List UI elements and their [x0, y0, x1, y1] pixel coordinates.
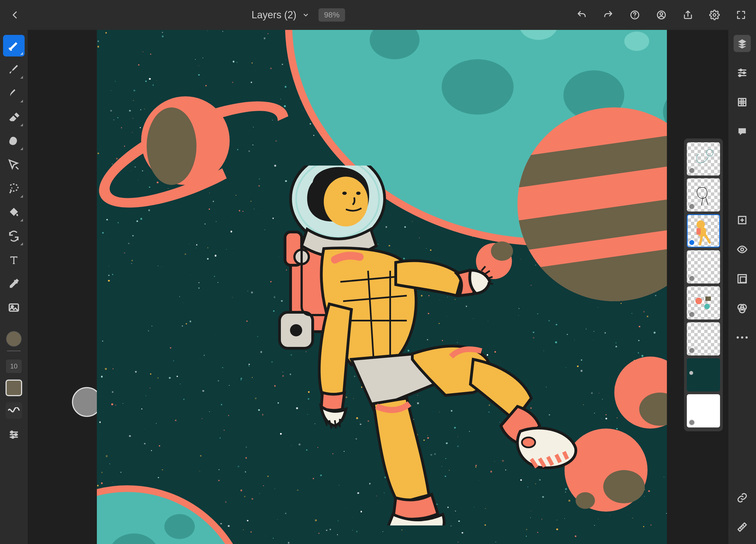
svg-rect-5 — [10, 49, 12, 51]
svg-rect-40 — [705, 297, 711, 301]
svg-point-22 — [522, 437, 535, 447]
svg-point-34 — [706, 149, 713, 156]
tool-blob[interactable] — [3, 130, 25, 152]
redo-button[interactable] — [602, 8, 615, 22]
brush-texture[interactable] — [6, 380, 22, 396]
svg-rect-37 — [697, 228, 701, 235]
tool-pixel-brush[interactable] — [3, 35, 25, 56]
undo-button[interactable] — [575, 8, 588, 22]
document-title-dropdown[interactable]: Layers (2) — [252, 9, 310, 21]
help-button[interactable] — [628, 8, 641, 22]
add-layer-button[interactable] — [734, 211, 751, 229]
tool-text[interactable] — [3, 249, 25, 271]
brush-divider — [7, 351, 21, 351]
tool-sliders[interactable] — [3, 424, 25, 446]
left-toolbar: 10 — [0, 30, 28, 544]
visibility-button[interactable] — [734, 241, 751, 258]
panel-adjustments[interactable] — [734, 64, 751, 81]
svg-rect-4 — [9, 48, 11, 49]
tool-lasso[interactable] — [3, 178, 25, 199]
tool-eyedropper[interactable] — [3, 273, 25, 295]
fullscreen-button[interactable] — [734, 8, 748, 22]
svg-point-39 — [704, 304, 710, 309]
artboard[interactable] — [97, 30, 667, 544]
tool-transform[interactable] — [3, 225, 25, 247]
layer-thumb-7[interactable] — [687, 358, 720, 392]
svg-point-2 — [660, 12, 663, 15]
svg-point-9 — [15, 434, 17, 436]
tool-fill[interactable] — [3, 201, 25, 223]
right-toolbar — [728, 30, 756, 544]
svg-point-38 — [695, 298, 702, 304]
tool-eraser[interactable] — [3, 106, 25, 128]
tool-smudge[interactable] — [3, 82, 25, 104]
ringed-planet — [125, 80, 246, 201]
back-button[interactable] — [8, 8, 22, 22]
topbar: Layers (2) 98% — [0, 0, 756, 30]
panel-comments[interactable] — [734, 123, 751, 140]
brush-dynamics[interactable] — [6, 402, 22, 419]
tether-cord — [97, 30, 180, 71]
zoom-level[interactable]: 98% — [319, 8, 345, 22]
svg-point-14 — [290, 324, 302, 336]
ruler-button[interactable] — [734, 519, 751, 536]
layer-thumb-4[interactable] — [687, 250, 720, 284]
profile-button[interactable] — [655, 8, 668, 22]
layer-thumb-1[interactable] — [687, 142, 720, 175]
layer-thumb-8[interactable] — [687, 394, 720, 428]
svg-point-3 — [713, 14, 716, 16]
color-swatch[interactable] — [6, 331, 22, 347]
document-title: Layers (2) — [252, 9, 296, 21]
tool-image[interactable] — [3, 297, 25, 319]
panel-layers[interactable] — [734, 35, 751, 52]
svg-point-21 — [356, 191, 361, 195]
svg-rect-29 — [738, 275, 746, 283]
svg-point-35 — [697, 220, 705, 229]
settings-button[interactable] — [708, 8, 721, 22]
astronaut — [252, 165, 584, 525]
svg-point-10 — [12, 436, 14, 438]
tool-brush[interactable] — [3, 59, 25, 80]
svg-point-28 — [741, 248, 744, 251]
layer-thumb-5[interactable] — [687, 286, 720, 320]
blend-button[interactable] — [734, 300, 751, 317]
layer-thumb-3[interactable] — [687, 214, 720, 247]
chevron-down-icon — [302, 11, 310, 19]
mask-button[interactable] — [734, 270, 751, 288]
svg-point-20 — [342, 191, 347, 195]
more-button[interactable] — [734, 329, 751, 346]
layer-thumb-6[interactable] — [687, 322, 720, 356]
share-button[interactable] — [681, 8, 695, 22]
layers-panel — [684, 138, 723, 431]
svg-rect-30 — [740, 277, 746, 283]
svg-point-8 — [11, 431, 13, 433]
canvas-area — [28, 30, 728, 544]
tool-move[interactable] — [3, 154, 25, 175]
panel-grid[interactable] — [734, 94, 751, 111]
svg-rect-26 — [739, 98, 746, 106]
brush-size[interactable]: 10 — [6, 359, 22, 374]
layer-thumb-2[interactable] — [687, 178, 720, 211]
svg-point-19 — [324, 177, 368, 226]
link-button[interactable] — [734, 489, 751, 506]
